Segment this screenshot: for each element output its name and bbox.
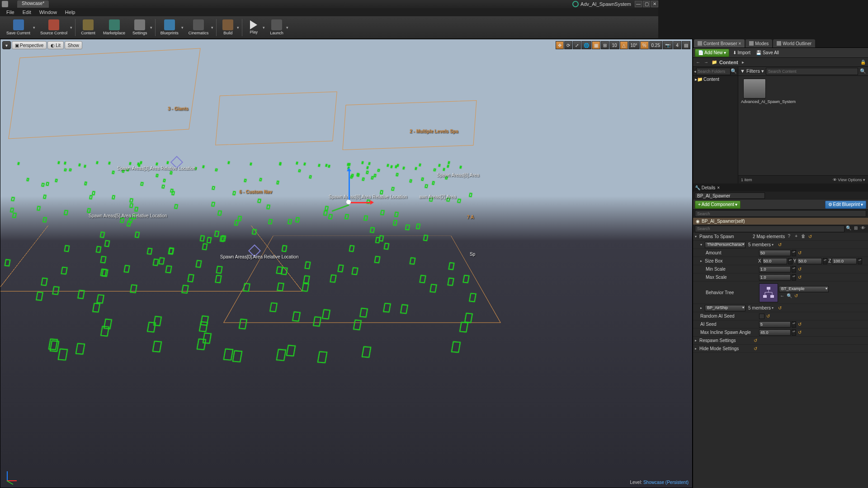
content-button[interactable]: Content (77, 17, 99, 38)
settings-button[interactable]: Settings (129, 17, 154, 38)
transform-mode-translate[interactable]: ✥ (556, 41, 564, 49)
menu-window[interactable]: Window (36, 9, 61, 16)
spawn-preview-box (279, 162, 281, 164)
menubar: File Edit Window Help (0, 8, 658, 16)
spawn-preview-box (439, 164, 441, 167)
spawn-preview-box (217, 211, 222, 216)
spawn-preview-box (211, 202, 215, 206)
spawn-preview-box (362, 178, 364, 181)
spawn-preview-box (64, 169, 67, 172)
spawn-preview-box (244, 179, 247, 183)
grid-snap-button[interactable]: ⊞ (601, 41, 609, 49)
spawn-preview-box (163, 179, 166, 183)
view-mode-button[interactable]: ▣ Perspective (12, 41, 47, 49)
spawn-preview-box (134, 207, 138, 212)
spawn-preview-box (135, 231, 140, 237)
maximize-button[interactable]: ▢ (643, 1, 650, 7)
spawn-preview-box (276, 349, 286, 361)
spawn-preview-box (212, 186, 215, 190)
angle-snap-button[interactable]: △ (620, 41, 628, 49)
spawn-preview-box (288, 219, 292, 224)
spawn-preview-box (156, 174, 158, 177)
save-current-button[interactable]: Save Current (3, 17, 37, 38)
scale-snap-button[interactable]: % (640, 41, 649, 49)
spawn-preview-box (167, 161, 169, 164)
spawn-preview-box (104, 240, 110, 247)
viewport-annotation: Spawn Areas[6].Area (437, 173, 479, 178)
source-control-button[interactable]: Source Control (37, 17, 74, 38)
menu-help[interactable]: Help (61, 9, 79, 16)
launch-button[interactable]: Launch (266, 17, 290, 38)
show-button[interactable]: Show (65, 41, 82, 49)
spawn-preview-box (448, 161, 450, 164)
grid-snap-value[interactable]: 10 (609, 41, 619, 49)
spawn-preview-box (433, 169, 436, 172)
spawn-preview-box (129, 203, 133, 208)
spawn-preview-box (61, 267, 67, 275)
play-button[interactable]: Play (244, 17, 266, 38)
spawn-preview-box (239, 319, 247, 329)
spawn-preview-box (130, 285, 137, 293)
spawn-preview-box (129, 162, 131, 165)
spawn-preview-box (259, 178, 262, 182)
transform-mode-scale[interactable]: ⤢ (573, 41, 581, 49)
close-button[interactable]: ✕ (651, 1, 658, 7)
spawn-preview-box (292, 311, 300, 321)
marketplace-button[interactable]: Marketplace (99, 17, 129, 38)
spawn-preview-box (79, 164, 81, 166)
spawn-preview-box (42, 217, 47, 222)
spawn-preview-box (42, 183, 45, 187)
spawn-preview-box (92, 303, 100, 312)
blueprints-button[interactable]: Blueprints (157, 17, 185, 38)
viewport-annotation: 7 A (467, 215, 474, 220)
spawn-preview-box (425, 184, 428, 188)
viewport-annotation: 2 - Multiple Levels Spa (410, 129, 458, 134)
angle-snap-value[interactable]: 10° (628, 41, 640, 49)
spawn-preview-box (351, 174, 354, 177)
spawn-preview-box (41, 277, 47, 286)
spawn-preview-box (371, 176, 373, 180)
spawn-preview-box (393, 220, 397, 225)
main-toolbar: Save Current Source Control Content Mark… (0, 16, 658, 39)
spawn-preview-box (46, 182, 49, 186)
build-button[interactable]: Build (218, 17, 241, 38)
spawn-preview-box (462, 275, 469, 283)
viewport-options-button[interactable]: ▾ (2, 41, 11, 49)
spawn-preview-box (43, 195, 47, 199)
spawn-preview-box (323, 211, 327, 216)
menu-file[interactable]: File (3, 9, 18, 16)
transform-mode-rotate[interactable]: ⟳ (564, 41, 572, 49)
scale-snap-value[interactable]: 0.25 (649, 41, 658, 49)
spawn-preview-box (92, 191, 95, 195)
cinematics-button[interactable]: Cinematics (185, 17, 215, 38)
viewport-annotation: Sp (470, 252, 475, 257)
spawn-preview-box (5, 259, 11, 266)
spawn-preview-box (269, 302, 278, 312)
minimize-button[interactable]: — (635, 1, 642, 7)
spawn-preview-box (221, 235, 226, 242)
spawn-preview-box (277, 282, 284, 291)
spawn-preview-box (200, 235, 205, 241)
spawn-preview-box (322, 309, 330, 319)
spawn-preview-box (17, 162, 19, 165)
spawn-preview-box (281, 267, 288, 275)
level-viewport[interactable]: ▾ ▣ Perspective ◐ Lit Show ✥ ⟳ ⤢ 🌐 ▦ ⊞ 1… (0, 39, 658, 369)
menu-edit[interactable]: Edit (19, 9, 35, 16)
level-tab[interactable]: Showcase* (17, 0, 49, 8)
lit-mode-button[interactable]: ◐ Lit (47, 41, 64, 49)
spawn-preview-box (141, 182, 144, 186)
surface-snap-button[interactable]: ▦ (592, 41, 600, 49)
spawn-preview-box (215, 169, 218, 172)
coord-system-button[interactable]: 🌐 (581, 41, 591, 49)
spawn-preview-box (325, 206, 329, 211)
spawn-preview-box (380, 210, 384, 215)
spawn-preview-box (250, 163, 252, 165)
spawn-preview-box (257, 199, 261, 203)
spawn-preview-box (266, 205, 270, 210)
spawn-preview-box (215, 275, 222, 283)
spawn-preview-box (100, 256, 107, 263)
spawn-preview-box (415, 167, 417, 170)
ue-logo-icon (2, 1, 8, 7)
spawn-preview-box (158, 258, 165, 265)
spawn-preview-box (207, 237, 212, 244)
